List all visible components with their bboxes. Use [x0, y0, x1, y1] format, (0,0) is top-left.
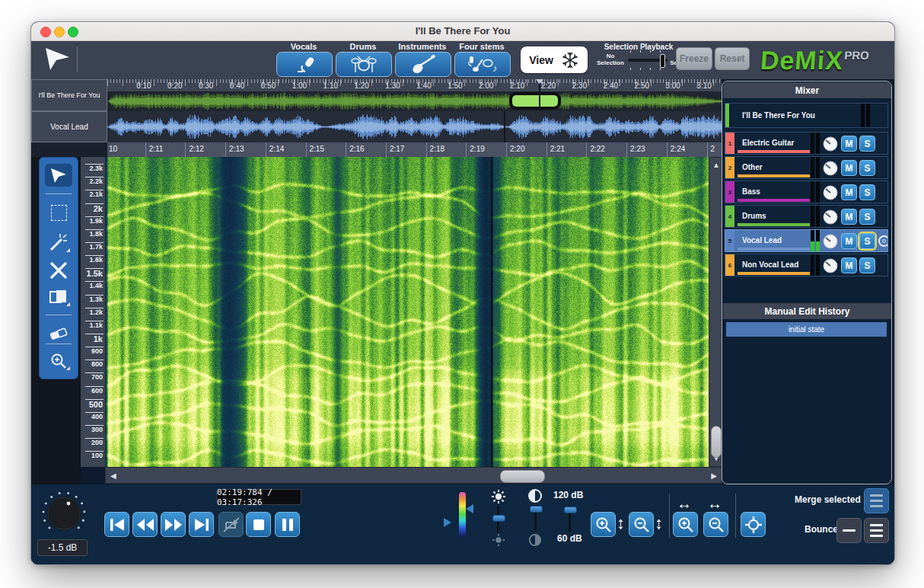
pointer-tool[interactable]: [45, 164, 72, 187]
spectrogram-canvas[interactable]: [105, 157, 709, 467]
stem-button-drums[interactable]: [336, 52, 392, 77]
vocal-waveform-canvas[interactable]: [107, 111, 722, 142]
zoom-tool[interactable]: [45, 350, 72, 372]
solo-button[interactable]: S: [859, 233, 875, 249]
mixer-track-row-electric-guitar[interactable]: 1Electric GuitarMS: [725, 132, 888, 155]
rewind-button[interactable]: [132, 512, 158, 537]
reset-button[interactable]: Reset: [715, 47, 750, 70]
view-button[interactable]: View: [521, 46, 588, 73]
spectrogram-area[interactable]: [105, 157, 709, 467]
volume-knob[interactable]: [40, 489, 88, 536]
zoom-ruler-segment[interactable]: 2:15: [306, 142, 346, 157]
zoom-ruler-segment[interactable]: 2:20: [506, 142, 546, 157]
stem-label-vocals: Vocals: [276, 42, 331, 51]
track-gain-knob[interactable]: [823, 258, 838, 273]
zoom-ruler-segment[interactable]: 2:24: [667, 142, 707, 157]
scroll-right-icon[interactable]: ▶: [711, 472, 717, 480]
overview-waveform-area[interactable]: [107, 91, 722, 111]
bounce-single-button[interactable]: [836, 518, 862, 543]
vertical-scrollbar[interactable]: ▲ ▼: [709, 157, 722, 467]
horizontal-scrollbar[interactable]: ◀ ▶: [105, 467, 722, 484]
track-gain-knob[interactable]: [823, 185, 838, 200]
track-gain-knob[interactable]: [823, 209, 838, 225]
solo-button[interactable]: S: [859, 257, 875, 273]
db-range-slider-handle[interactable]: [564, 507, 577, 513]
horizontal-scrollbar-thumb[interactable]: [500, 470, 545, 483]
solo-button[interactable]: S: [859, 136, 875, 152]
scroll-left-icon[interactable]: ◀: [110, 472, 116, 480]
fit-view-button[interactable]: [741, 512, 766, 537]
stem-button-vocals[interactable]: [276, 52, 333, 77]
marquee-select-tool[interactable]: [45, 201, 72, 224]
zoom-ruler-segment[interactable]: 2:19: [466, 142, 506, 157]
stem-button-four-stems[interactable]: ♪: [454, 52, 511, 77]
mixer-track-row-non-vocal-lead[interactable]: 6Non Vocal LeadMS: [725, 254, 888, 276]
zoom-ruler-segment[interactable]: 2:12: [185, 142, 225, 157]
zoom-ruler-segment[interactable]: 2:17: [386, 142, 426, 157]
freeze-button[interactable]: Freeze: [676, 47, 712, 70]
zoom-ruler-segment[interactable]: 10: [107, 142, 145, 157]
mute-button[interactable]: M: [841, 136, 857, 152]
zoom-ruler-segment[interactable]: 2: [707, 142, 722, 157]
zoom-in-horizontal-button[interactable]: [673, 512, 698, 537]
scroll-up-icon[interactable]: ▲: [712, 161, 720, 169]
overview-waveform-canvas[interactable]: [107, 91, 722, 111]
zoom-ruler-segment[interactable]: 2:14: [266, 142, 306, 157]
zoom-ruler-segment[interactable]: 2:11: [145, 142, 186, 157]
bounce-multi-button[interactable]: [864, 518, 889, 543]
zoom-ruler-segment[interactable]: 2:23: [626, 142, 667, 157]
colormap-bar[interactable]: [459, 492, 466, 538]
stem-button-instruments[interactable]: [395, 52, 451, 77]
solo-button[interactable]: S: [859, 209, 875, 225]
mixer-master-row[interactable]: I'll Be There For You: [725, 103, 888, 128]
mute-button[interactable]: M: [841, 257, 857, 273]
track-gain-knob[interactable]: [823, 136, 838, 152]
overview-playhead[interactable]: [539, 79, 540, 111]
magic-wand-tool[interactable]: [45, 232, 72, 254]
playhead-marker-icon[interactable]: [536, 79, 543, 84]
overview-timeline-ruler[interactable]: 0:100:200:300:400:501:001:101:201:301:40…: [107, 79, 722, 91]
zoom-out-horizontal-button[interactable]: [703, 512, 728, 537]
colormap-high-handle[interactable]: [466, 504, 473, 513]
mute-button[interactable]: M: [841, 209, 857, 225]
vertical-scrollbar-thumb[interactable]: [711, 426, 722, 458]
zoom-ruler-segment[interactable]: 2:16: [346, 142, 386, 157]
stop-button[interactable]: [246, 512, 271, 537]
contrast-slider-handle[interactable]: [530, 506, 543, 513]
mixer-track-row-bass[interactable]: 3BassMS: [725, 181, 888, 203]
skip-to-start-button[interactable]: [104, 512, 129, 537]
mixer-track-row-other[interactable]: 2OtherMS: [725, 156, 888, 179]
focus-ring-icon[interactable]: [878, 235, 888, 247]
eraser-tool[interactable]: [45, 322, 72, 345]
layers-tool[interactable]: [45, 286, 72, 308]
selection-playback-slider[interactable]: [628, 50, 668, 70]
track-gain-knob[interactable]: [823, 161, 838, 176]
fast-forward-button[interactable]: [161, 512, 186, 537]
zoom-timeline-ruler[interactable]: 102:112:122:132:142:152:162:172:182:192:…: [107, 142, 722, 158]
delete-tool[interactable]: [45, 259, 72, 282]
mixer-track-row-drums[interactable]: 4DrumsMS: [725, 205, 888, 228]
zoom-in-vertical-button[interactable]: [591, 512, 616, 537]
pause-button[interactable]: [275, 512, 300, 537]
mute-button[interactable]: M: [841, 184, 857, 200]
mute-button[interactable]: M: [841, 233, 857, 249]
merge-selected-button[interactable]: [864, 488, 889, 513]
zoom-ruler-segment[interactable]: 2:21: [546, 142, 587, 157]
zoom-ruler-segment[interactable]: 2:18: [426, 142, 467, 157]
brightness-slider-handle[interactable]: [492, 515, 505, 522]
mixer-track-row-vocal-lead[interactable]: 5Vocal LeadMS: [725, 229, 888, 252]
loop-button[interactable]: [218, 512, 244, 537]
history-item[interactable]: initial state: [726, 322, 887, 337]
mute-button[interactable]: M: [841, 160, 857, 176]
skip-to-end-button[interactable]: [189, 512, 214, 537]
solo-button[interactable]: S: [859, 160, 875, 176]
zoom-ruler-segment[interactable]: 2:22: [586, 142, 626, 157]
zoom-out-vertical-button[interactable]: [629, 512, 654, 537]
selection-playback-slider-handle[interactable]: [660, 54, 665, 68]
colormap-low-handle[interactable]: [444, 518, 451, 527]
solo-button[interactable]: S: [859, 184, 875, 200]
track-gain-knob[interactable]: [823, 234, 838, 249]
vocal-waveform-area[interactable]: [107, 111, 722, 142]
selection-region[interactable]: [509, 92, 561, 110]
zoom-ruler-segment[interactable]: 2:13: [225, 142, 266, 157]
